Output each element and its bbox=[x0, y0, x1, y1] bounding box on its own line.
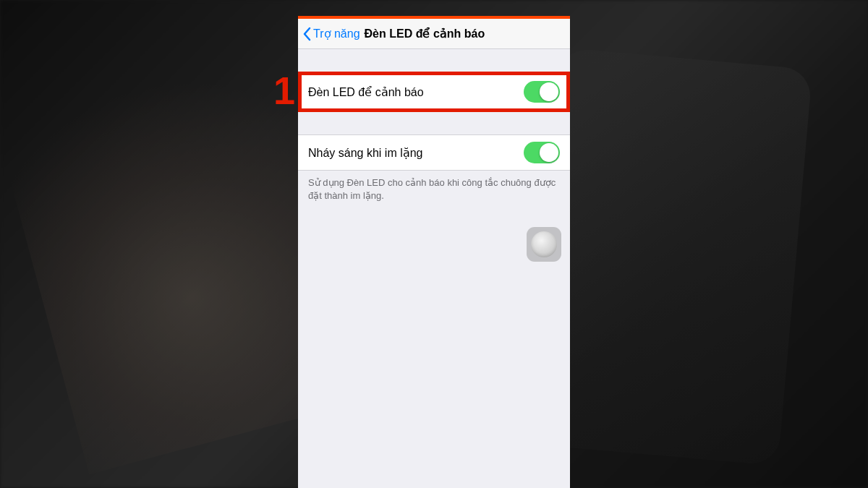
settings-group-led: Đèn LED để cảnh báo bbox=[298, 74, 570, 110]
navigation-header: Trợ năng Đèn LED để cảnh báo bbox=[298, 19, 570, 49]
toggle-knob bbox=[540, 143, 558, 162]
assistive-touch-button[interactable] bbox=[527, 227, 561, 262]
settings-footer-text: Sử dụng Đèn LED cho cảnh báo khi công tắ… bbox=[298, 171, 570, 208]
toggle-led-alert[interactable] bbox=[524, 81, 560, 103]
row-label: Đèn LED để cảnh báo bbox=[308, 85, 424, 99]
settings-row-flash-silent[interactable]: Nháy sáng khi im lặng bbox=[298, 135, 570, 170]
back-label: Trợ năng bbox=[313, 27, 360, 40]
assistive-touch-icon bbox=[531, 231, 557, 257]
row-label: Nháy sáng khi im lặng bbox=[308, 146, 423, 160]
phone-screen: Trợ năng Đèn LED để cảnh báo Đèn LED để … bbox=[298, 16, 570, 488]
annotation-step-number: 1 bbox=[273, 71, 295, 110]
back-button[interactable]: Trợ năng bbox=[302, 27, 360, 41]
settings-group-silent: Nháy sáng khi im lặng bbox=[298, 134, 570, 171]
chevron-left-icon bbox=[302, 27, 311, 41]
toggle-flash-silent[interactable] bbox=[524, 142, 560, 163]
page-title: Đèn LED để cảnh báo bbox=[365, 27, 485, 40]
toggle-knob bbox=[540, 82, 558, 101]
settings-row-led-alert[interactable]: Đèn LED để cảnh báo bbox=[298, 74, 570, 109]
